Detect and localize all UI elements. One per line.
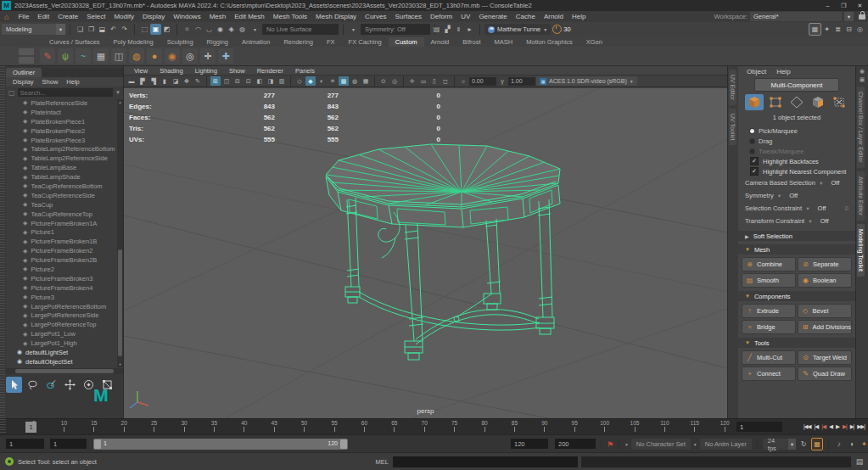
outliner-item-defaultobjectset[interactable]: ◉defaultObjectSet [6,357,123,366]
close-button[interactable]: ✕ [852,0,868,11]
dropdown-selection-constraint[interactable]: Selection Constraint▼Off0 [738,202,855,215]
menu-mesh-display[interactable]: Mesh Display [311,13,361,20]
timeline-tick-115[interactable]: 115 [685,420,705,432]
outliner-item-largepotreferencebottom[interactable]: ◈LargePotReferenceBottom [6,302,123,311]
outliner-tab[interactable]: Outliner [6,68,42,77]
redo-icon[interactable]: ↷ [119,24,130,35]
boolean-button[interactable]: ◉Boolean [798,273,852,288]
isolate-select-icon[interactable]: ◎ [389,76,400,86]
timeline-tick-105[interactable]: 105 [624,420,645,432]
checkbox-highlight-nearest-component[interactable]: ✓Highlight Nearest Component [738,166,855,176]
timeline-tick-20[interactable]: 20 [114,420,134,432]
outliner-item-pictureframebroken4[interactable]: ◈PictureFrameBroken4 [6,283,123,293]
character-set-selector[interactable]: No Character Set [631,439,691,450]
outliner-item-largepot1-high[interactable]: ◈LargePot1_High [6,339,123,348]
shelf-tab-custom[interactable]: Custom [389,37,424,47]
cached-playback-icon[interactable]: ◑ [847,439,857,450]
step-back-key-button[interactable]: |◀ [820,421,827,433]
toolkit-menu-help[interactable]: Help [772,68,794,76]
timeline-tick-110[interactable]: 110 [654,420,675,432]
outliner-item-largepotreferenceside[interactable]: ◈LargePotReferenceSide [6,311,123,320]
shelf-item-6[interactable]: ◍ [129,48,144,64]
menu-help[interactable]: Help [568,13,590,20]
bevel-button[interactable]: ◇Bevel [798,304,852,318]
time-slider[interactable]: 5101520253035404550556065707580859095100… [0,418,868,434]
timeline-tick-15[interactable]: 15 [84,420,104,432]
menu-windows[interactable]: Windows [169,13,204,20]
go-to-end-button[interactable]: ▶▶| [855,421,866,433]
antialias-icon[interactable]: ▦ [361,76,371,86]
outliner-item-platebrokenpiece1[interactable]: ◈PlateBrokenPiece1 [6,117,123,126]
edge-mode-icon[interactable] [787,94,806,110]
resolution-gate-icon[interactable]: ▭ [418,76,428,86]
camera-lock-icon[interactable]: ▛ [137,76,148,86]
select-component-icon[interactable]: ◩ [161,24,172,35]
animation-end-field[interactable]: 200 [555,439,596,449]
camera-attributes-icon[interactable]: ▜ [148,76,159,86]
shelf-item-1[interactable]: ✎ [40,48,55,64]
ipr-render-icon[interactable]: ▞ [442,24,453,35]
dock-drag-handle[interactable] [0,66,5,418]
outliner-item-teacup[interactable]: ◈TeaCup [6,200,123,210]
channel-box-toggle-icon[interactable]: ≣ [832,24,843,35]
timeline-ticks[interactable]: 5101520253035404550556065707580859095100… [0,419,731,435]
outliner-horizontal-scrollbar[interactable] [6,368,123,374]
outliner-item-tablelamp2referenceside[interactable]: ◈TableLamp2ReferenceSide [6,154,123,163]
mute-audio-icon[interactable]: ♪ [834,439,844,450]
combine-button[interactable]: ⊕Combine [742,257,796,271]
chevron-down-icon[interactable]: ▼ [788,439,797,450]
object-mode-icon[interactable] [745,94,764,110]
playback-loop-icon[interactable]: ↻ [798,439,809,450]
menu-create[interactable]: Create [53,13,82,20]
gate-mask-icon[interactable]: ▯ [429,76,440,86]
viewport-menu-renderer[interactable]: Renderer [252,67,288,75]
chevron-down-icon[interactable]: ▼ [56,24,65,35]
outliner-item-defaultlightset[interactable]: ◉defaultLightSet [6,348,123,357]
move-tool[interactable] [62,377,78,393]
mel-input[interactable] [393,456,578,467]
workspace-value[interactable]: General* [750,12,842,21]
menu-edit-mesh[interactable]: Edit Mesh [230,13,269,20]
make-live-icon[interactable]: ◍ [237,24,248,35]
step-forward-frame-button[interactable]: ▶| [848,421,856,433]
shelf-tab-poly-modeling[interactable]: Poly Modeling [107,37,160,47]
chevron-down-icon[interactable]: ▼ [624,442,629,447]
outliner-menu-help[interactable]: Help [63,78,82,86]
add-divisions-button[interactable]: ⊞Add Divisions [798,320,852,334]
menu-surfaces[interactable]: Surfaces [390,13,426,20]
render-icon[interactable]: ▤ [431,24,442,35]
timeline-tick-90[interactable]: 90 [535,420,555,432]
outliner-item-pictureframebroken2[interactable]: ◈PictureFrameBroken2 [6,246,123,255]
outliner-search-input[interactable] [18,88,113,97]
minimize-button[interactable]: – [820,0,836,11]
snap-projected-center-icon[interactable]: ◉ [215,24,226,35]
section-header-tools[interactable]: ▼Tools [738,338,855,348]
playback-options-icon[interactable]: ▦ [811,438,823,450]
snap-point-icon[interactable]: ◡ [204,24,215,35]
soft-selection-header[interactable]: ▶ Soft Selection [738,231,855,241]
outliner-item-teacupreferencebottom[interactable]: ◈TeaCupReferenceBottom [6,182,123,191]
field-chart-icon[interactable]: ✛ [407,76,417,86]
section-header-components[interactable]: ▼Components [738,291,855,301]
chevron-down-icon[interactable]: ▼ [693,442,697,447]
dropdown-camera-based-selection[interactable]: Camera Based Selection▼Off [738,176,855,189]
separate-button[interactable]: ⊘Separate [798,257,852,271]
step-back-frame-button[interactable]: |◀ [813,421,820,433]
two-pane-layout-icon[interactable]: ◫ [221,76,232,86]
split-layout-icon[interactable]: ◨ [266,76,276,86]
anim-layer-selector[interactable]: No Anim Layer [700,439,752,450]
shelf-tab-motion-graphics[interactable]: Motion Graphics [519,37,580,47]
tab-attribute-editor[interactable]: Attribute Editor [857,171,865,221]
resume-icon[interactable]: ▸ [464,24,475,35]
toolkit-menu-object[interactable]: Object [742,68,770,76]
dock-panel-icon[interactable]: ▣ [860,76,865,83]
outliner-item-picture2[interactable]: ◈Picture2 [6,265,123,274]
modeling-toolkit-toggle-icon[interactable]: ▦ [809,23,821,36]
select-hierarchy-icon[interactable]: ⬚ [139,24,150,35]
outliner-item-tablelampshade[interactable]: ◈TableLampShade [6,172,123,182]
shelf-mini-button[interactable] [19,48,34,55]
menu-modify[interactable]: Modify [109,13,138,20]
bridge-button[interactable]: =Bridge [742,320,796,334]
set-key-bookmark-icon[interactable]: ⚑ [607,440,613,449]
outliner-item-teacupreferencetop[interactable]: ◈TeaCupReferenceTop [6,210,123,219]
